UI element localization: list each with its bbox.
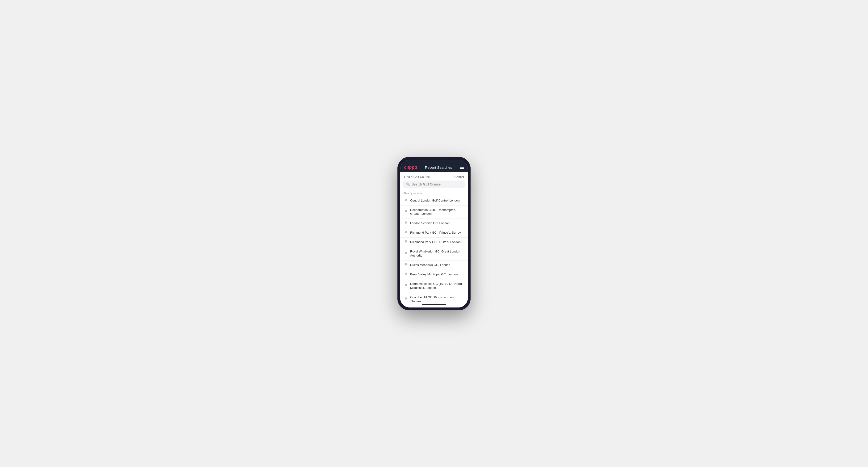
phone-device: clippd Recent Searches Find a Golf Cours… (397, 157, 471, 310)
course-name: Royal Wimbledon GC, Great London Authori… (410, 250, 464, 258)
location-pin-icon (404, 199, 408, 203)
find-header: Find a Golf Course Cancel (400, 172, 468, 181)
location-pin-icon (404, 240, 408, 244)
course-name: Richmond Park GC - Prince's, Surrey (410, 231, 461, 235)
nav-bar: clippd Recent Searches (400, 163, 468, 172)
course-list: Central London Golf Centre, London Roeha… (400, 196, 468, 303)
search-box[interactable]: 🔍 (403, 181, 465, 188)
search-icon: 🔍 (406, 182, 410, 186)
course-name: Central London Golf Centre, London (410, 199, 460, 203)
location-pin-icon (404, 263, 408, 267)
find-golf-course-label: Find a Golf Course (404, 175, 430, 179)
location-pin-icon (404, 273, 408, 277)
course-list-item[interactable]: Roehampton Club - Roehampton, Greater Lo… (400, 206, 468, 219)
home-bar (422, 304, 446, 305)
course-name: Roehampton Club - Roehampton, Greater Lo… (410, 208, 464, 216)
course-list-item[interactable]: Coombe Hill GC, Kingston upon Thames (400, 293, 468, 303)
cancel-button[interactable]: Cancel (455, 175, 464, 179)
app-logo: clippd (404, 165, 417, 170)
course-name: Brent Valley Municipal GC, London (410, 273, 458, 277)
course-list-item[interactable]: Dukes Meadows GC, London (400, 260, 468, 270)
location-pin-icon (404, 231, 408, 235)
nearby-courses-section: Nearby courses Central London Golf Centr… (400, 190, 468, 303)
location-pin-icon (404, 297, 408, 301)
location-pin-icon (404, 221, 408, 225)
search-container: 🔍 (400, 181, 468, 190)
phone-screen: clippd Recent Searches Find a Golf Cours… (400, 160, 468, 308)
location-pin-icon (404, 252, 408, 256)
course-name: Richmond Park GC - Duke's, London (410, 240, 460, 244)
course-list-item[interactable]: Royal Wimbledon GC, Great London Authori… (400, 247, 468, 260)
course-list-item[interactable]: Central London Golf Centre, London (400, 196, 468, 206)
course-list-item[interactable]: Brent Valley Municipal GC, London (400, 270, 468, 279)
nearby-courses-label: Nearby courses (400, 190, 468, 196)
main-content: Find a Golf Course Cancel 🔍 Nearby cours… (400, 172, 468, 303)
course-list-item[interactable]: Richmond Park GC - Duke's, London (400, 238, 468, 247)
location-pin-icon (404, 210, 408, 214)
course-list-item[interactable]: London Scottish GC, London (400, 219, 468, 228)
course-name: Coombe Hill GC, Kingston upon Thames (410, 295, 464, 303)
status-bar (400, 160, 468, 163)
hamburger-menu-icon[interactable] (460, 166, 464, 169)
nav-title: Recent Searches (425, 165, 452, 169)
location-pin-icon (404, 284, 408, 288)
home-indicator (400, 303, 468, 308)
course-name: Dukes Meadows GC, London (410, 263, 450, 267)
course-list-item[interactable]: Richmond Park GC - Prince's, Surrey (400, 228, 468, 238)
course-name: London Scottish GC, London (410, 221, 450, 225)
search-input[interactable] (411, 182, 462, 186)
course-list-item[interactable]: North Middlesex GC (1011942 - North Midd… (400, 279, 468, 293)
course-name: North Middlesex GC (1011942 - North Midd… (410, 282, 464, 290)
